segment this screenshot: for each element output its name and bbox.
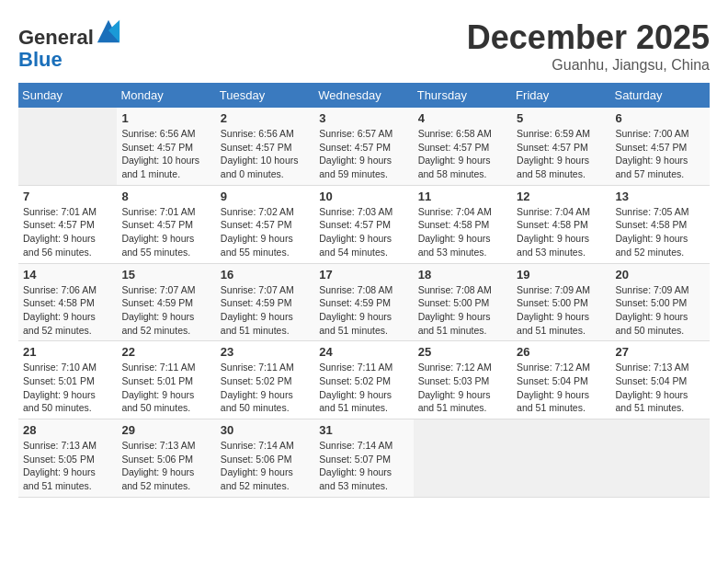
calendar-cell: 16 Sunrise: 7:07 AMSunset: 4:59 PMDaylig…	[216, 263, 314, 341]
day-number: 10	[319, 190, 408, 203]
day-number: 27	[616, 345, 705, 359]
day-number: 31	[319, 423, 408, 437]
day-number: 30	[221, 423, 310, 437]
day-number: 18	[418, 268, 507, 282]
calendar-cell: 31 Sunrise: 7:14 AMSunset: 5:07 PMDaylig…	[314, 419, 413, 498]
calendar-cell: 4 Sunrise: 6:58 AMSunset: 4:57 PMDayligh…	[414, 108, 512, 185]
day-info: Sunrise: 6:56 AMSunset: 4:57 PMDaylight:…	[221, 127, 310, 181]
day-info: Sunrise: 7:00 AMSunset: 4:57 PMDaylight:…	[616, 127, 705, 181]
calendar-cell: 10 Sunrise: 7:03 AMSunset: 4:57 PMDaylig…	[314, 185, 413, 263]
day-info: Sunrise: 7:12 AMSunset: 5:04 PMDaylight:…	[517, 361, 606, 415]
day-info: Sunrise: 6:59 AMSunset: 4:57 PMDaylight:…	[517, 127, 606, 181]
calendar-cell	[414, 419, 512, 498]
calendar-cell: 25 Sunrise: 7:12 AMSunset: 5:03 PMDaylig…	[414, 341, 512, 419]
day-info: Sunrise: 7:09 AMSunset: 5:00 PMDaylight:…	[517, 283, 606, 338]
day-info: Sunrise: 7:02 AMSunset: 4:57 PMDaylight:…	[221, 205, 310, 259]
day-number: 11	[418, 190, 507, 203]
day-number: 25	[418, 345, 507, 359]
day-info: Sunrise: 6:56 AMSunset: 4:57 PMDaylight:…	[121, 127, 210, 181]
calendar-cell: 20 Sunrise: 7:09 AMSunset: 5:00 PMDaylig…	[611, 263, 710, 341]
logo: General Blue	[18, 18, 121, 71]
day-number: 8	[121, 190, 210, 203]
day-number: 29	[121, 423, 210, 437]
calendar-cell: 7 Sunrise: 7:01 AMSunset: 4:57 PMDayligh…	[18, 185, 117, 263]
day-info: Sunrise: 7:12 AMSunset: 5:03 PMDaylight:…	[418, 361, 507, 415]
day-info: Sunrise: 7:14 AMSunset: 5:07 PMDaylight:…	[319, 439, 408, 493]
day-info: Sunrise: 7:01 AMSunset: 4:57 PMDaylight:…	[23, 205, 112, 259]
calendar-cell: 14 Sunrise: 7:06 AMSunset: 4:58 PMDaylig…	[18, 263, 117, 341]
day-info: Sunrise: 7:08 AMSunset: 5:00 PMDaylight:…	[418, 283, 507, 338]
weekday-header-row: SundayMondayTuesdayWednesdayThursdayFrid…	[18, 83, 710, 108]
day-number: 4	[418, 111, 507, 125]
weekday-header: Monday	[117, 83, 215, 108]
logo-text: General Blue	[18, 18, 121, 71]
calendar-cell: 29 Sunrise: 7:13 AMSunset: 5:06 PMDaylig…	[117, 419, 215, 498]
calendar-cell	[18, 108, 117, 185]
day-number: 20	[616, 268, 705, 282]
day-number: 3	[319, 111, 408, 125]
calendar-week-row: 7 Sunrise: 7:01 AMSunset: 4:57 PMDayligh…	[18, 185, 710, 263]
calendar-cell: 30 Sunrise: 7:14 AMSunset: 5:06 PMDaylig…	[216, 419, 314, 498]
day-number: 12	[517, 190, 606, 203]
day-number: 2	[221, 111, 310, 125]
calendar-cell: 2 Sunrise: 6:56 AMSunset: 4:57 PMDayligh…	[216, 108, 314, 185]
day-info: Sunrise: 7:08 AMSunset: 4:59 PMDaylight:…	[319, 283, 408, 338]
weekday-header: Sunday	[18, 83, 117, 108]
calendar-cell: 13 Sunrise: 7:05 AMSunset: 4:58 PMDaylig…	[611, 185, 710, 263]
weekday-header: Tuesday	[216, 83, 314, 108]
day-number: 5	[517, 111, 606, 125]
calendar-week-row: 21 Sunrise: 7:10 AMSunset: 5:01 PMDaylig…	[18, 341, 710, 419]
weekday-header: Thursday	[414, 83, 512, 108]
day-info: Sunrise: 7:11 AMSunset: 5:01 PMDaylight:…	[121, 361, 210, 415]
calendar-cell: 26 Sunrise: 7:12 AMSunset: 5:04 PMDaylig…	[512, 341, 610, 419]
day-info: Sunrise: 7:04 AMSunset: 4:58 PMDaylight:…	[418, 205, 507, 259]
day-number: 26	[517, 345, 606, 359]
calendar-cell: 24 Sunrise: 7:11 AMSunset: 5:02 PMDaylig…	[314, 341, 413, 419]
day-info: Sunrise: 7:11 AMSunset: 5:02 PMDaylight:…	[319, 361, 408, 415]
calendar-cell: 12 Sunrise: 7:04 AMSunset: 4:58 PMDaylig…	[512, 185, 610, 263]
weekday-header: Wednesday	[314, 83, 413, 108]
logo-blue: Blue	[18, 48, 63, 71]
day-info: Sunrise: 7:07 AMSunset: 4:59 PMDaylight:…	[221, 283, 310, 338]
title-block: December 2025 Guanhu, Jiangsu, China	[467, 18, 710, 74]
day-info: Sunrise: 7:09 AMSunset: 5:00 PMDaylight:…	[616, 283, 705, 338]
calendar-cell: 11 Sunrise: 7:04 AMSunset: 4:58 PMDaylig…	[414, 185, 512, 263]
day-info: Sunrise: 7:06 AMSunset: 4:58 PMDaylight:…	[23, 283, 112, 338]
day-info: Sunrise: 7:01 AMSunset: 4:57 PMDaylight:…	[121, 205, 210, 259]
day-number: 15	[121, 268, 210, 282]
calendar-cell: 5 Sunrise: 6:59 AMSunset: 4:57 PMDayligh…	[512, 108, 610, 185]
day-info: Sunrise: 7:13 AMSunset: 5:04 PMDaylight:…	[616, 361, 705, 415]
day-info: Sunrise: 7:11 AMSunset: 5:02 PMDaylight:…	[221, 361, 310, 415]
logo-general: General	[18, 26, 94, 49]
month-title: December 2025	[467, 18, 710, 57]
calendar-week-row: 1 Sunrise: 6:56 AMSunset: 4:57 PMDayligh…	[18, 108, 710, 185]
day-number: 17	[319, 268, 408, 282]
day-info: Sunrise: 7:05 AMSunset: 4:58 PMDaylight:…	[616, 205, 705, 259]
calendar-table: SundayMondayTuesdayWednesdayThursdayFrid…	[18, 83, 710, 498]
weekday-header: Friday	[512, 83, 610, 108]
day-number: 6	[616, 111, 705, 125]
calendar-cell: 3 Sunrise: 6:57 AMSunset: 4:57 PMDayligh…	[314, 108, 413, 185]
calendar-cell: 19 Sunrise: 7:09 AMSunset: 5:00 PMDaylig…	[512, 263, 610, 341]
calendar-cell: 23 Sunrise: 7:11 AMSunset: 5:02 PMDaylig…	[216, 341, 314, 419]
calendar-cell: 28 Sunrise: 7:13 AMSunset: 5:05 PMDaylig…	[18, 419, 117, 498]
calendar-cell	[512, 419, 610, 498]
day-number: 23	[221, 345, 310, 359]
day-number: 13	[616, 190, 705, 203]
calendar-cell: 6 Sunrise: 7:00 AMSunset: 4:57 PMDayligh…	[611, 108, 710, 185]
calendar-cell: 1 Sunrise: 6:56 AMSunset: 4:57 PMDayligh…	[117, 108, 215, 185]
location: Guanhu, Jiangsu, China	[467, 57, 710, 74]
day-info: Sunrise: 7:04 AMSunset: 4:58 PMDaylight:…	[517, 205, 606, 259]
logo-icon	[96, 18, 121, 44]
day-info: Sunrise: 7:14 AMSunset: 5:06 PMDaylight:…	[221, 439, 310, 493]
calendar-cell: 22 Sunrise: 7:11 AMSunset: 5:01 PMDaylig…	[117, 341, 215, 419]
day-number: 1	[121, 111, 210, 125]
calendar-cell: 18 Sunrise: 7:08 AMSunset: 5:00 PMDaylig…	[414, 263, 512, 341]
day-number: 21	[23, 345, 112, 359]
day-info: Sunrise: 7:03 AMSunset: 4:57 PMDaylight:…	[319, 205, 408, 259]
day-number: 28	[23, 423, 112, 437]
day-info: Sunrise: 7:07 AMSunset: 4:59 PMDaylight:…	[121, 283, 210, 338]
day-info: Sunrise: 7:13 AMSunset: 5:06 PMDaylight:…	[121, 439, 210, 493]
day-number: 7	[23, 190, 112, 203]
day-number: 14	[23, 268, 112, 282]
